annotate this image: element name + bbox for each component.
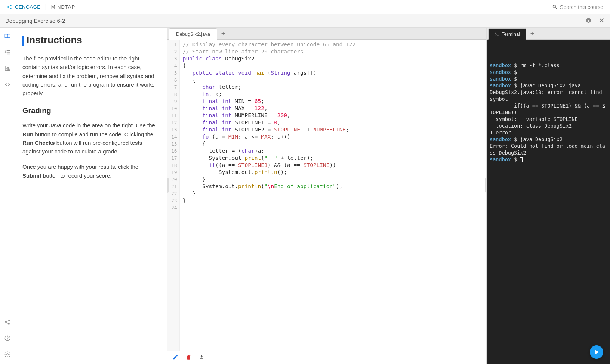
instructions-heading: Instructions — [22, 34, 156, 46]
cengage-logo-icon — [7, 4, 13, 10]
instructions-paragraph-3: Once you are happy with your results, cl… — [22, 162, 156, 180]
terminal-panel: Terminal + ^ sandbox $ rm -f *.classsand… — [487, 28, 610, 364]
rail-chart-icon[interactable] — [4, 65, 11, 73]
close-icon[interactable] — [598, 17, 605, 25]
brand-cengage: CENGAGE — [15, 4, 41, 10]
editor-footer — [167, 351, 486, 364]
top-header: CENGAGE | MINDTAP Search this course — [0, 0, 610, 14]
terminal-tab-active[interactable]: Terminal — [488, 28, 526, 40]
brand-divider: | — [45, 4, 47, 10]
brand-mindtap: MINDTAP — [51, 4, 76, 10]
svg-rect-16 — [7, 67, 8, 71]
rail-help-icon[interactable] — [4, 335, 11, 343]
svg-point-3 — [553, 5, 556, 8]
rail-instructions-icon[interactable] — [4, 33, 11, 41]
editor-tabs: DebugSix2.java + — [167, 28, 486, 40]
svg-point-0 — [7, 6, 9, 8]
delete-icon[interactable] — [186, 354, 191, 361]
splitter-right[interactable] — [485, 178, 486, 193]
run-button[interactable] — [590, 345, 603, 359]
editor-add-tab[interactable]: + — [217, 28, 229, 39]
brand: CENGAGE | MINDTAP — [7, 4, 75, 10]
rail-share-icon[interactable] — [4, 319, 11, 327]
grading-heading: Grading — [22, 106, 156, 115]
svg-point-1 — [10, 5, 12, 6]
play-icon — [594, 349, 600, 355]
instructions-paragraph-2: Write your Java code in the area on the … — [22, 121, 156, 156]
code-editor[interactable]: 123456789101112131415161718192021222324 … — [167, 40, 486, 351]
svg-point-25 — [6, 354, 8, 355]
editor-panel: DebugSix2.java + 12345678910111213141516… — [167, 28, 487, 364]
svg-line-22 — [6, 323, 8, 324]
svg-rect-6 — [588, 20, 589, 22]
terminal-add-tab[interactable]: + — [526, 28, 538, 39]
instructions-panel: Instructions The files provided in the c… — [15, 28, 167, 364]
instructions-paragraph-1: The files provided in the code editor to… — [22, 54, 156, 97]
svg-rect-7 — [588, 19, 589, 19]
search-placeholder: Search this course — [560, 4, 603, 10]
svg-rect-15 — [6, 68, 7, 71]
sub-header: Debugging Exercise 6-2 — [0, 14, 610, 28]
editor-tab-active[interactable]: DebugSix2.java — [169, 28, 217, 40]
exercise-title: Debugging Exercise 6-2 — [5, 18, 65, 24]
course-search[interactable]: Search this course — [552, 4, 603, 10]
svg-marker-27 — [595, 350, 599, 354]
svg-rect-17 — [9, 69, 9, 71]
rail-settings-icon[interactable] — [4, 351, 11, 359]
svg-line-4 — [555, 7, 557, 9]
main: Instructions The files provided in the c… — [0, 28, 610, 364]
terminal-body[interactable]: ^ sandbox $ rm -f *.classsandbox $ sandb… — [487, 40, 610, 364]
svg-point-19 — [8, 320, 9, 321]
terminal-caret-marker: ^ — [603, 105, 606, 112]
svg-point-20 — [8, 323, 9, 324]
heading-accent-bar — [22, 36, 24, 46]
terminal-icon — [495, 32, 499, 37]
edit-icon[interactable] — [173, 354, 178, 361]
line-gutter: 123456789101112131415161718192021222324 — [167, 40, 180, 351]
left-rail — [0, 28, 15, 364]
rail-tasks-icon[interactable] — [4, 49, 11, 57]
download-icon[interactable] — [199, 354, 204, 361]
svg-point-18 — [5, 321, 6, 323]
splitter-left[interactable] — [167, 178, 169, 193]
rail-code-icon[interactable] — [4, 81, 11, 89]
info-icon[interactable] — [585, 17, 592, 25]
svg-line-21 — [6, 321, 8, 322]
code-content[interactable]: // Display every character between Unico… — [180, 40, 359, 351]
svg-point-2 — [10, 8, 12, 9]
search-icon — [552, 4, 558, 10]
terminal-tabs: Terminal + — [487, 28, 610, 40]
